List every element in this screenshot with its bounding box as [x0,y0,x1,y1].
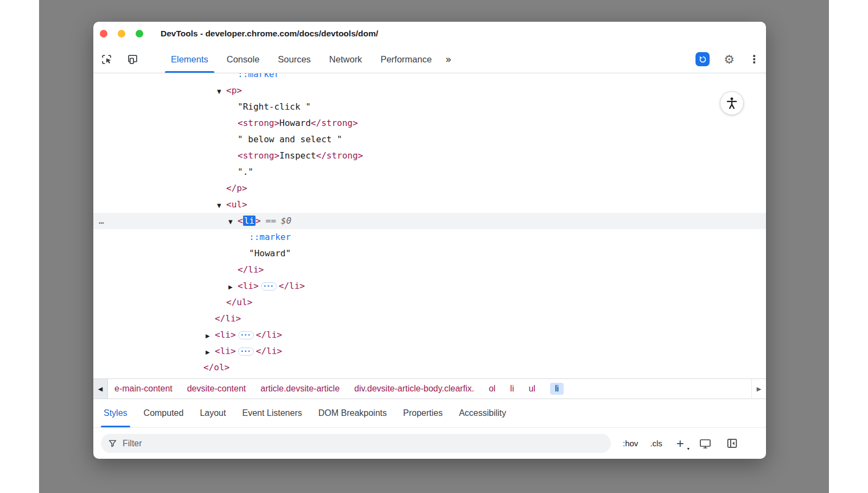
filter-field[interactable] [101,434,611,453]
breadcrumb-item[interactable]: ol [489,384,495,394]
dom-node[interactable]: ▼<p> [93,83,766,99]
dom-node[interactable]: </li> [93,262,766,278]
dom-node[interactable]: </ul> [93,294,766,311]
sidebar-tab-event-listeners[interactable]: Event Listeners [234,399,310,427]
tag-token: < [238,216,243,226]
devtools-window: DevTools - developer.chrome.com/docs/dev… [93,22,766,459]
more-options-kebab-icon[interactable]: ⋮ [749,53,760,66]
dom-node[interactable]: ::marker [93,73,766,83]
dom-node[interactable]: "Right-click " [93,99,766,115]
dom-node[interactable]: ▼<ul> [93,197,766,213]
dom-node[interactable]: ::marker [93,229,766,245]
sidebar-tab-properties[interactable]: Properties [395,399,451,427]
plus-caret-icon: ▾ [687,447,690,451]
tab-sources[interactable]: Sources [269,46,320,73]
tag-token: </strong> [311,118,358,128]
expand-arrow-icon[interactable]: ▶ [228,279,238,295]
breadcrumb-scroll-right-icon[interactable]: ▶ [751,379,766,399]
toggle-hover-state-button[interactable]: :hov [623,439,638,448]
breadcrumb-item[interactable]: e-main-content [114,384,173,394]
expand-arrow-icon[interactable]: ▶ [206,344,215,361]
zoom-window-button[interactable] [136,30,143,37]
sidebar-tab-styles[interactable]: Styles [95,399,136,427]
device-toolbar-icon[interactable] [126,53,139,66]
sync-icon[interactable] [695,52,710,66]
dom-node[interactable]: "." [93,164,766,180]
settings-gear-icon[interactable]: ⚙ [724,53,735,66]
pseudo-element-token: ::marker [238,73,279,79]
toggle-sidebar-icon[interactable] [726,438,738,449]
styles-filter-row: :hov .cls + ▾ [93,427,766,459]
dom-node-selected[interactable]: …▼<li>==$0 [93,213,766,229]
tag-token: <strong> [238,150,279,161]
tab-console[interactable]: Console [218,46,269,73]
toggle-class-button[interactable]: .cls [650,439,662,448]
accessibility-overlay-button[interactable] [720,91,744,115]
collapsed-content-ellipsis[interactable]: ••• [238,347,254,356]
expand-arrow-icon[interactable]: ▶ [206,328,215,344]
breadcrumb-item[interactable]: div.devsite-article-body.clearfix. [354,384,474,394]
tag-token: > [256,216,261,226]
rendering-monitor-icon[interactable] [699,438,711,449]
dom-tree: ::marker▼<p>"Right-click "<strong>Howard… [93,73,766,376]
tab-performance[interactable]: Performance [371,46,441,73]
breadcrumb-scroll-left-icon[interactable]: ◀ [93,379,108,399]
pseudo-element-token: ::marker [249,232,291,242]
dom-node[interactable]: " below and select " [93,131,766,148]
toolbar-right: ⚙ ⋮ [695,46,760,73]
more-tabs-chevron-icon[interactable]: » [445,53,452,65]
breadcrumb-item[interactable]: li [510,384,514,394]
sidebar-tabs: StylesComputedLayoutEvent ListenersDOM B… [93,399,766,427]
tag-token: </strong> [316,150,363,161]
expand-arrow-icon[interactable]: ▼ [228,214,238,230]
plus-icon: + [676,436,684,451]
sidebar-tab-layout[interactable]: Layout [192,399,234,427]
new-style-rule-button[interactable]: + ▾ [676,437,684,450]
selected-tag-name[interactable]: li [243,216,256,226]
minimize-window-button[interactable] [118,30,125,37]
text-token: " below and select " [238,134,342,144]
dom-node[interactable]: </ol> [93,359,766,376]
sidebar-tab-dom-breakpoints[interactable]: DOM Breakpoints [310,399,395,427]
dom-node[interactable]: </li> [93,311,766,327]
collapsed-content-ellipsis[interactable]: ••• [261,282,277,290]
dom-node[interactable]: ▶<li>•••</li> [93,327,766,343]
close-window-button[interactable] [100,30,107,37]
tag-token: <p> [226,85,242,96]
expand-arrow-icon[interactable]: ▼ [217,84,226,100]
tab-elements[interactable]: Elements [162,46,218,73]
breadcrumb-item[interactable]: article.devsite-article [260,384,340,394]
tag-token: </ul> [226,297,252,307]
dom-node[interactable]: <strong>Inspect</strong> [93,148,766,164]
text-token: Inspect [279,150,316,161]
filter-input[interactable] [123,439,604,448]
sidebar-tab-computed[interactable]: Computed [136,399,192,427]
dom-node[interactable]: ▶<li>•••</li> [93,343,766,359]
breadcrumb-bar: ◀ e-main-contentdevsite-contentarticle.d… [93,378,766,399]
dom-node[interactable]: <strong>Howard</strong> [93,115,766,131]
tag-token: <ul> [226,199,247,210]
tag-token: </p> [226,183,247,193]
dom-node[interactable]: "Howard" [93,245,766,262]
title-bar: DevTools - developer.chrome.com/docs/dev… [93,22,766,46]
window-title: DevTools - developer.chrome.com/docs/dev… [161,29,378,39]
panel-tabs: ElementsConsoleSourcesNetworkPerformance [162,46,441,73]
tag-token: </li> [215,313,241,324]
dom-node[interactable]: </p> [93,180,766,197]
tab-network[interactable]: Network [320,46,372,73]
devtools-toolbar: ElementsConsoleSourcesNetworkPerformance… [93,46,766,73]
text-token: "Howard" [249,248,291,258]
sidebar-tab-accessibility[interactable]: Accessibility [451,399,514,427]
tag-token: <li> [215,330,236,340]
dom-node[interactable]: ▶<li>•••</li> [93,278,766,294]
breadcrumb-item[interactable]: devsite-content [187,384,246,394]
inspect-element-icon[interactable] [100,53,113,66]
expand-arrow-icon[interactable]: ▼ [217,198,226,214]
collapsed-content-ellipsis[interactable]: ••• [238,331,254,339]
breadcrumb-item[interactable]: ul [528,384,535,394]
node-menu-ellipsis-icon[interactable]: … [99,213,105,229]
dollar-zero-token: $0 [281,216,291,226]
tag-token: <strong> [238,118,279,128]
breadcrumb-item-selected[interactable]: li [550,383,564,395]
breadcrumb: e-main-contentdevsite-contentarticle.dev… [108,383,751,395]
